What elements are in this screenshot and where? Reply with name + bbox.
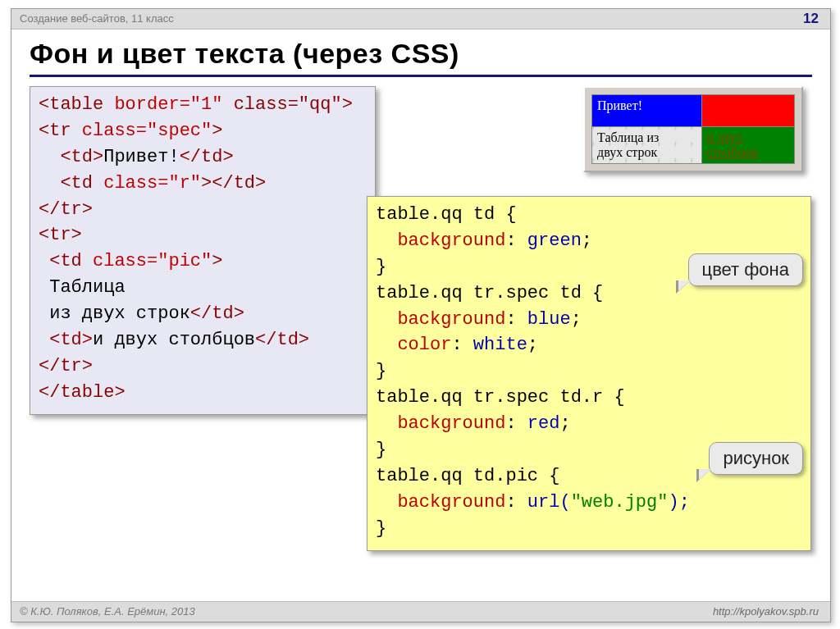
page-number: 12 (803, 9, 819, 29)
footer-url: http://kpolyakov.spb.ru (713, 602, 819, 622)
course-name: Создание веб-сайтов, 11 класс (20, 9, 174, 29)
header-bar: Создание веб-сайтов, 11 класс 12 (11, 9, 830, 30)
footer-bar: © К.Ю. Поляков, Е.А. Ерёмин, 2013 http:/… (11, 601, 830, 622)
preview-window: Привет! Таблица из двух строк и двух сто… (583, 86, 803, 172)
cell-red (701, 95, 794, 127)
code-html: <table border="1" class="qq"> <tr class=… (30, 86, 376, 415)
cell-web: Таблица из двух строк (592, 127, 702, 164)
cell-green: и двух столбцов (701, 127, 794, 164)
preview-table: Привет! Таблица из двух строк и двух сто… (591, 94, 795, 164)
page-title: Фон и цвет текста (через CSS) (30, 38, 459, 70)
callout-bg: цвет фона (688, 253, 803, 286)
cell-blue: Привет! (592, 95, 702, 127)
table-row: Привет! (592, 95, 795, 127)
table-row: Таблица из двух строк и двух столбцов (592, 127, 795, 164)
slide: Создание веб-сайтов, 11 класс 12 Фон и ц… (11, 8, 831, 622)
code-css: table.qq td { background: green; } table… (367, 196, 811, 551)
title-rule (30, 75, 812, 77)
copyright: © К.Ю. Поляков, Е.А. Ерёмин, 2013 (20, 602, 195, 622)
callout-pic: рисунок (709, 442, 803, 475)
